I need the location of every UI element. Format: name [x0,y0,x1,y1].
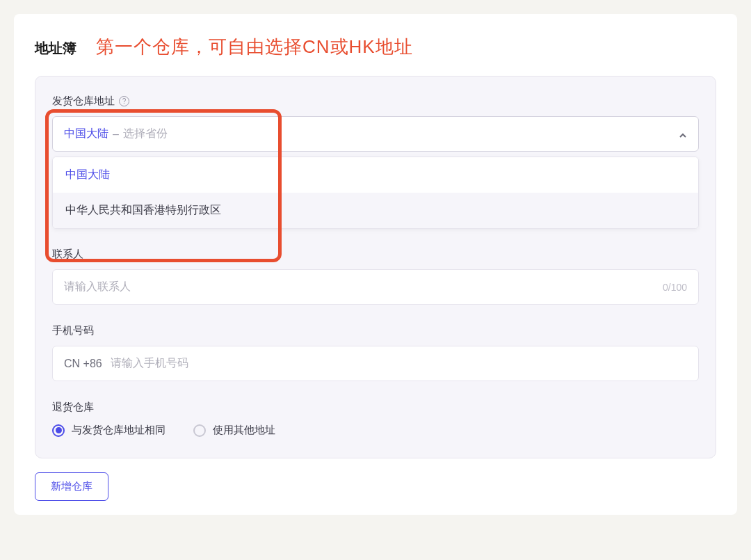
contact-char-count: 0/100 [663,282,687,293]
province-placeholder: 选择省份 [123,127,168,141]
contact-label-row: 联系人 [52,248,699,261]
address-book-container: 地址簿 第一个仓库，可自由选择CN或HK地址 发货仓库地址 ? 中国大陆 – 选… [14,14,737,515]
add-warehouse-button[interactable]: 新增仓库 [35,472,108,501]
radio-option-same[interactable]: 与发货仓库地址相同 [52,424,165,437]
actions-row: 新增仓库 [35,472,716,501]
phone-prefix: CN +86 [64,358,102,370]
phone-input[interactable]: CN +86 请输入手机号码 [52,346,699,381]
dropdown-option-hk[interactable]: 中华人民共和国香港特别行政区 [53,193,698,228]
phone-placeholder: 请输入手机号码 [111,356,188,371]
radio-icon [193,424,206,437]
warehouse-form-panel: 发货仓库地址 ? 中国大陆 – 选择省份 中国大陆 [35,76,716,458]
radio-label-other: 使用其他地址 [213,424,275,437]
select-value: 中国大陆 – 选择省份 [64,127,168,141]
phone-label: 手机号码 [52,324,94,337]
help-icon[interactable]: ? [119,96,129,106]
page-title: 地址簿 [35,39,76,58]
warehouse-address-label: 发货仓库地址 [52,95,115,108]
select-dash: – [113,128,119,141]
radio-icon [52,424,65,437]
warehouse-select-wrapper: 中国大陆 – 选择省份 中国大陆 中华人民共和国香港特别行政区 [52,116,699,152]
return-warehouse-radio-group: 与发货仓库地址相同 使用其他地址 [52,424,699,437]
radio-option-other[interactable]: 使用其他地址 [193,424,275,437]
phone-label-row: 手机号码 [52,324,699,337]
phone-field: 手机号码 CN +86 请输入手机号码 [52,324,699,381]
warehouse-address-label-row: 发货仓库地址 ? [52,95,699,108]
dropdown-option-cn[interactable]: 中国大陆 [53,157,698,193]
radio-dot-icon [56,427,62,433]
warehouse-country-select[interactable]: 中国大陆 – 选择省份 [52,116,699,152]
return-warehouse-field: 退货仓库 与发货仓库地址相同 使用其他地址 [52,401,699,437]
return-warehouse-label: 退货仓库 [52,401,94,414]
chevron-up-icon [679,130,687,138]
contact-input[interactable]: 请输入联系人 0/100 [52,269,699,305]
contact-placeholder: 请输入联系人 [64,280,131,294]
country-dropdown: 中国大陆 中华人民共和国香港特别行政区 [52,157,699,229]
return-warehouse-label-row: 退货仓库 [52,401,699,414]
contact-label: 联系人 [52,248,83,261]
warehouse-address-field: 发货仓库地址 ? 中国大陆 – 选择省份 中国大陆 [52,95,699,228]
header-row: 地址簿 第一个仓库，可自由选择CN或HK地址 [35,35,716,59]
contact-field: 联系人 请输入联系人 0/100 [52,248,699,305]
selected-country: 中国大陆 [64,127,108,141]
radio-label-same: 与发货仓库地址相同 [72,424,165,437]
annotation-text: 第一个仓库，可自由选择CN或HK地址 [96,35,413,59]
